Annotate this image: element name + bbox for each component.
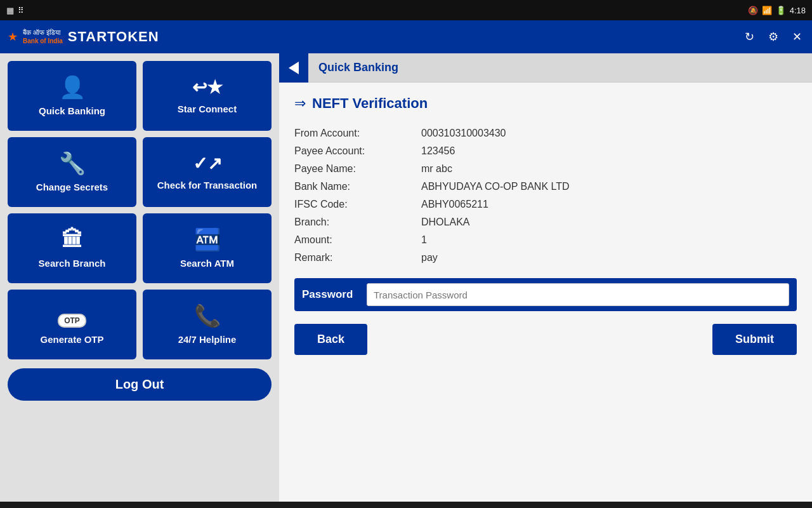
status-bar-right: 🔕 📶 🔋 4:18 [748, 6, 806, 15]
otp-icon: OTP [58, 304, 86, 328]
building-icon: 🏛 [62, 227, 83, 252]
wrench-icon: 🔧 [59, 150, 86, 176]
close-button[interactable]: ✕ [790, 27, 804, 46]
quick-banking-button[interactable]: 👤 Quick Banking [8, 61, 136, 131]
ifsc-label: IFSC Code: [294, 199, 421, 210]
remark-value: pay [421, 252, 438, 264]
quick-banking-label: Quick Banking [39, 105, 105, 117]
generate-otp-button[interactable]: OTP Generate OTP [8, 290, 136, 359]
mute-icon: 🔕 [748, 6, 758, 15]
neft-arrows-icon: ⇒ [294, 95, 306, 112]
settings-button[interactable]: ⚙ [766, 27, 781, 46]
nav-back-button[interactable] [279, 53, 308, 83]
bank-name-label: Bank Name: [294, 181, 421, 192]
atm-icon: 🏧 [194, 227, 221, 252]
battery-icon: 🔋 [776, 6, 786, 15]
time-display: 4:18 [790, 6, 806, 15]
branch-value: DHOLAKA [421, 217, 469, 228]
table-row: From Account: 000310310003430 [294, 124, 797, 142]
star-connect-button[interactable]: ↩★ Star Connect [143, 61, 272, 131]
from-account-label: From Account: [294, 128, 421, 139]
menu-grid: 👤 Quick Banking ↩★ Star Connect 🔧 Change… [8, 61, 272, 359]
check-transaction-button[interactable]: ✓↗ Check for Transaction [143, 137, 272, 207]
action-row: Back Submit [294, 324, 797, 361]
search-atm-button[interactable]: 🏧 Search ATM [143, 213, 272, 283]
section-title-text: NEFT Verification [312, 95, 428, 112]
helpline-button[interactable]: 📞 24/7 Helpline [143, 290, 272, 359]
submit-button[interactable]: Submit [712, 324, 797, 355]
branch-label: Branch: [294, 217, 421, 228]
person-icon: 👤 [59, 74, 86, 100]
change-secrets-label: Change Secrets [36, 181, 108, 194]
header-icons: ↻ ⚙ ✕ [742, 27, 804, 46]
status-bar-left: ▦ ⠿ [6, 6, 24, 15]
change-secrets-button[interactable]: 🔧 Change Secrets [8, 137, 136, 207]
otp-badge: OTP [58, 314, 86, 328]
table-row: IFSC Code: ABHY0065211 [294, 196, 797, 213]
main-container: 👤 Quick Banking ↩★ Star Connect 🔧 Change… [0, 53, 812, 502]
section-title: ⇒ NEFT Verification [294, 95, 797, 112]
payee-name-value: mr abc [421, 163, 452, 175]
bottom-bar: 1.4.2.1 ⎌ ⌂ ▣ Secured By REL-ID [0, 502, 812, 508]
brand-name: STARTOKEN [68, 29, 159, 45]
back-arrow-icon [289, 62, 299, 74]
payee-account-label: Payee Account: [294, 145, 421, 157]
star-connect-label: Star Connect [178, 103, 237, 116]
from-account-value: 000310310003430 [421, 128, 506, 139]
bank-logo-text: बैंक ऑफ इंडिया Bank of India [23, 29, 63, 45]
status-bar: ▦ ⠿ 🔕 📶 🔋 4:18 [0, 0, 812, 20]
table-row: Bank Name: ABHYUDAYA CO-OP BANK LTD [294, 178, 797, 196]
amount-value: 1 [421, 234, 427, 246]
content-area: ⇒ NEFT Verification From Account: 000310… [279, 83, 812, 502]
check-transfer-icon: ✓↗ [193, 153, 222, 174]
phone-icon: 📞 [194, 303, 221, 328]
back-button[interactable]: Back [294, 324, 367, 355]
star-icon: ★ [8, 30, 18, 44]
bank-name-value: ABHYUDAYA CO-OP BANK LTD [421, 181, 570, 192]
logout-button[interactable]: Log Out [8, 368, 272, 401]
payee-name-label: Payee Name: [294, 163, 421, 175]
password-row: Password [294, 278, 797, 311]
search-branch-label: Search Branch [39, 257, 106, 270]
remark-label: Remark: [294, 252, 421, 264]
info-table: From Account: 000310310003430 Payee Acco… [294, 124, 797, 267]
menu-icon: ⠿ [18, 6, 24, 15]
password-label: Password [302, 288, 359, 301]
search-atm-label: Search ATM [180, 257, 234, 270]
header-logo: ★ बैंक ऑफ इंडिया Bank of India STARTOKEN [8, 29, 159, 45]
table-row: Remark: pay [294, 249, 797, 267]
right-panel: Quick Banking ⇒ NEFT Verification From A… [279, 53, 812, 502]
nav-title: Quick Banking [308, 61, 398, 74]
ifsc-value: ABHY0065211 [421, 199, 488, 210]
payee-account-value: 123456 [421, 145, 455, 157]
refresh-button[interactable]: ↻ [742, 27, 757, 46]
bank-name: Bank of India [23, 37, 63, 44]
transaction-password-input[interactable] [367, 283, 789, 306]
wifi-icon: 📶 [762, 6, 772, 15]
helpline-label: 24/7 Helpline [178, 333, 237, 346]
check-transaction-label: Check for Transaction [157, 179, 258, 192]
table-row: Branch: DHOLAKA [294, 213, 797, 231]
star-connect-icon: ↩★ [192, 77, 223, 98]
table-row: Payee Account: 123456 [294, 142, 797, 160]
bank-hindi-text: बैंक ऑफ इंडिया [23, 29, 63, 37]
left-panel: 👤 Quick Banking ↩★ Star Connect 🔧 Change… [0, 53, 279, 502]
screen-icon: ▦ [6, 6, 14, 15]
amount-label: Amount: [294, 234, 421, 246]
header-bar: ★ बैंक ऑफ इंडिया Bank of India STARTOKEN… [0, 20, 812, 53]
nav-bar: Quick Banking [279, 53, 812, 83]
table-row: Amount: 1 [294, 231, 797, 249]
table-row: Payee Name: mr abc [294, 160, 797, 178]
generate-otp-label: Generate OTP [40, 333, 103, 346]
search-branch-button[interactable]: 🏛 Search Branch [8, 213, 136, 283]
